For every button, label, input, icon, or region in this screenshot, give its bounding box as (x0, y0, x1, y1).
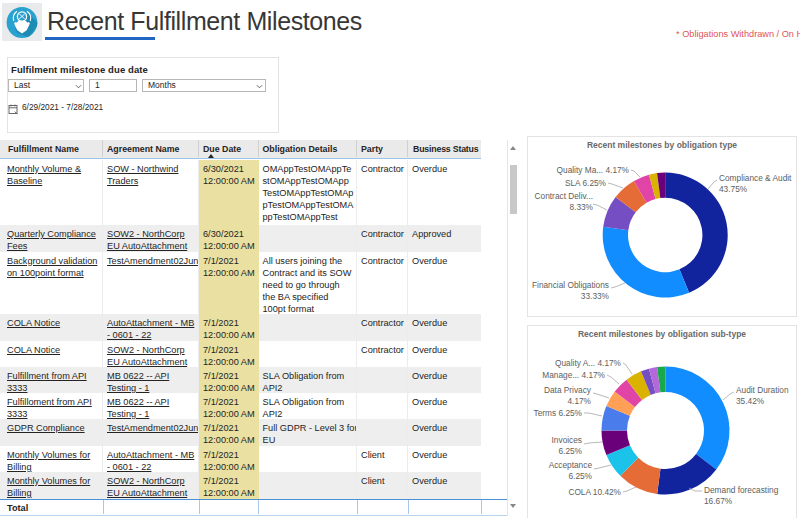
svg-text:Data Privacy: Data Privacy (544, 385, 592, 395)
svg-text:Manage... 4.17%: Manage... 4.17% (542, 370, 605, 380)
svg-text:Contract Deliv...: Contract Deliv... (535, 191, 593, 201)
svg-text:33.33%: 33.33% (581, 291, 610, 301)
svg-text:Acceptance: Acceptance (549, 460, 593, 470)
svg-text:6.25%: 6.25% (558, 446, 582, 456)
svg-text:Quality A... 4.17%: Quality A... 4.17% (555, 358, 622, 368)
svg-text:Invoices: Invoices (552, 435, 582, 445)
svg-text:16.67%: 16.67% (704, 496, 733, 506)
svg-text:Terms 6.25%: Terms 6.25% (534, 408, 583, 418)
svg-text:Quality Ma... 4.17%: Quality Ma... 4.17% (557, 165, 630, 175)
svg-text:43.75%: 43.75% (719, 184, 748, 194)
svg-text:8.33%: 8.33% (569, 202, 593, 212)
svg-text:SLA 6.25%: SLA 6.25% (565, 178, 607, 188)
svg-text:6.25%: 6.25% (568, 471, 592, 481)
svg-text:Financial Obligations: Financial Obligations (532, 280, 609, 290)
svg-text:COLA 10.42%: COLA 10.42% (568, 487, 621, 497)
svg-text:Demand forecasting: Demand forecasting (704, 485, 779, 495)
svg-text:Audit Duration: Audit Duration (736, 385, 789, 395)
svg-text:35.42%: 35.42% (736, 396, 765, 406)
svg-text:4.17%: 4.17% (567, 396, 591, 406)
svg-text:Compliance & Audit: Compliance & Audit (719, 173, 792, 183)
